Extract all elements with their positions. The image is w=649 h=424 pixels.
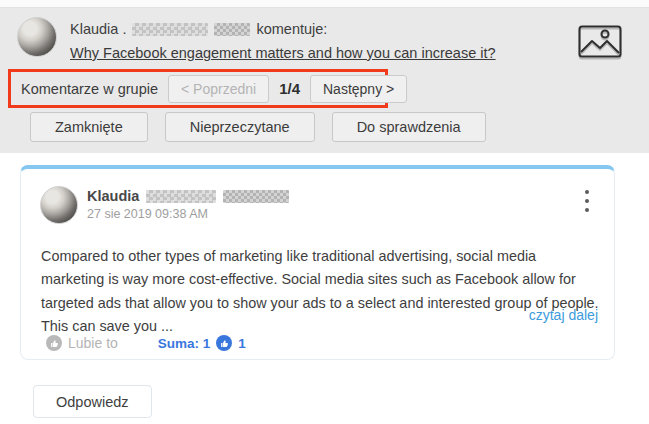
like-count: 1 [238, 336, 246, 351]
comment-author-line: Klaudia [87, 188, 289, 204]
like-button[interactable]: Lubie to [46, 335, 118, 351]
group-nav-label: Komentarze w grupie [21, 81, 158, 97]
comment-footer: Lubie to Suma: 1 1 [46, 335, 246, 351]
reactions-summary: Suma: 1 1 [158, 335, 246, 351]
kebab-menu-icon[interactable] [580, 190, 594, 212]
filter-buttons-row: Zamknięte Nieprzeczytane Do sprawdzenia [30, 112, 486, 142]
thumb-up-icon [46, 335, 62, 351]
filter-button-closed[interactable]: Zamknięte [30, 112, 148, 142]
filter-button-unread[interactable]: Nieprzeczytane [165, 112, 315, 142]
like-label: Lubie to [68, 335, 118, 351]
comment-body-text: Compared to other types of marketing lik… [41, 245, 599, 338]
previous-button[interactable]: < Poprzedni [168, 75, 269, 103]
group-comments-nav: Komentarze w grupie < Poprzedni 1/4 Nast… [8, 69, 388, 108]
comment-author-name: Klaudia [87, 188, 139, 204]
filter-button-to-check[interactable]: Do sprawdzenia [332, 112, 486, 142]
app-window: Klaudia . komentuje: Why Facebook engage… [0, 0, 649, 424]
picture-icon[interactable] [578, 25, 622, 58]
thumb-up-icon [216, 335, 232, 351]
sum-label: Suma: 1 [158, 336, 211, 351]
header-action-label: komentuje: [256, 21, 327, 37]
nav-counter: 1/4 [279, 80, 300, 97]
header-text-block: Klaudia . komentuje: Why Facebook engage… [70, 19, 496, 62]
redacted-name [146, 190, 216, 203]
post-title-link[interactable]: Why Facebook engagement matters and how … [70, 45, 496, 61]
next-button[interactable]: Następny > [310, 75, 407, 103]
comment-card: Klaudia 27 sie 2019 09:38 AM Compared to… [20, 165, 615, 360]
avatar [40, 186, 78, 224]
header-author-name: Klaudia . [70, 21, 126, 37]
redacted-name [223, 190, 289, 203]
top-strip [0, 0, 649, 8]
redacted-name [132, 23, 208, 36]
avatar [17, 17, 57, 57]
read-more-link[interactable]: czytaj dalej [529, 307, 598, 323]
header-author-line: Klaudia . komentuje: [70, 19, 496, 39]
comment-context-header: Klaudia . komentuje: Why Facebook engage… [0, 8, 649, 153]
redacted-name [214, 23, 250, 36]
comment-timestamp: 27 sie 2019 09:38 AM [87, 207, 208, 221]
reply-button[interactable]: Odpowiedz [33, 385, 152, 418]
